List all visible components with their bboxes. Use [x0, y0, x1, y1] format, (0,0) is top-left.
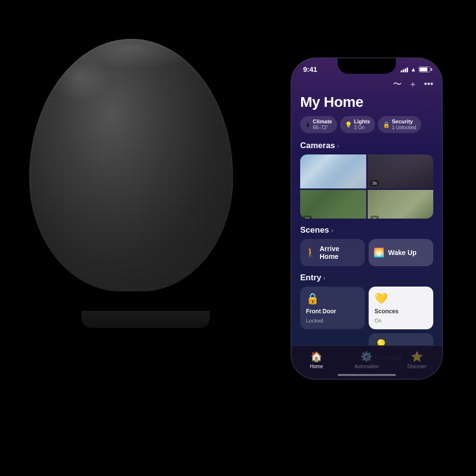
arrive-home-scene-button[interactable]: 🚶 Arrive Home: [300, 239, 365, 266]
climate-value: 68–72°: [313, 125, 332, 131]
discover-tab-icon: ⭐: [411, 351, 423, 362]
tab-automation[interactable]: ⚙️ Automation: [341, 351, 391, 369]
iphone-notch: [338, 58, 396, 74]
signal-bar-4: [407, 68, 408, 72]
battery-icon: [419, 67, 430, 72]
automation-tab-label: Automation: [355, 364, 379, 369]
iphone-wrapper: 9:41 ▲ 〜: [291, 58, 442, 379]
cam2-timestamp: 3s: [371, 180, 379, 186]
camera-cell-3[interactable]: 1s: [300, 190, 366, 219]
signal-bar-2: [403, 69, 404, 72]
discover-tab-label: Discover: [408, 364, 426, 369]
security-value: 1 Unlocked: [392, 125, 416, 131]
cameras-grid: 3s 1s 4s: [300, 154, 433, 219]
page-title: My Home: [300, 94, 433, 110]
security-icon: 🔒: [383, 121, 390, 128]
lights-text: Lights 3 On: [354, 119, 370, 131]
scenes-section-header[interactable]: Scenes ›: [300, 225, 433, 235]
toolbar: 〜 ＋ •••: [300, 78, 433, 90]
security-label: Security: [392, 119, 416, 125]
front-door-status: Locked: [306, 318, 359, 323]
climate-text: Climate 68–72°: [313, 119, 332, 131]
camera-cell-1[interactable]: [300, 154, 366, 188]
sconces-icon: 💛: [374, 292, 427, 305]
iphone: 9:41 ▲ 〜: [291, 58, 442, 379]
status-pills: 🌡 Climate 68–72° 💡 Lights 3 On: [300, 116, 433, 133]
lights-value: 3 On: [354, 125, 370, 131]
tab-discover[interactable]: ⭐ Discover: [392, 351, 442, 369]
climate-icon: 🌡: [305, 121, 311, 128]
tab-home[interactable]: 🏠 Home: [291, 351, 341, 369]
lights-icon: 💡: [345, 121, 352, 128]
more-icon[interactable]: •••: [424, 79, 433, 89]
sconces-tile[interactable]: 💛 Sconces On: [369, 287, 433, 329]
climate-label: Climate: [313, 119, 332, 125]
add-icon[interactable]: ＋: [408, 78, 417, 90]
sconces-name: Sconces: [374, 308, 427, 315]
signal-bar-3: [405, 68, 406, 72]
signal-icon: [401, 67, 408, 72]
entry-section-header[interactable]: Entry ›: [300, 273, 433, 283]
wake-up-icon: 🌅: [374, 247, 384, 258]
climate-pill[interactable]: 🌡 Climate 68–72°: [300, 116, 337, 133]
homepod: [29, 39, 233, 291]
arrive-home-label: Arrive Home: [320, 245, 360, 260]
homepod-container: [29, 39, 262, 321]
iphone-screen: 9:41 ▲ 〜: [291, 58, 442, 379]
homepod-base: [82, 311, 210, 328]
cameras-chevron-icon: ›: [337, 142, 340, 150]
cam4-timestamp: 4s: [371, 216, 379, 219]
scenes-chevron-icon: ›: [331, 226, 334, 234]
signal-bar-1: [401, 70, 402, 72]
lights-label: Lights: [354, 119, 370, 125]
camera-cell-2[interactable]: 3s: [368, 154, 434, 188]
arrive-home-icon: 🚶: [305, 247, 316, 258]
battery-fill: [420, 68, 427, 71]
waveform-icon[interactable]: 〜: [393, 78, 402, 90]
wake-up-scene-button[interactable]: 🌅 Wake Up: [369, 239, 433, 266]
cam3-timestamp: 1s: [303, 216, 312, 219]
camera-cell-4[interactable]: 4s: [368, 190, 434, 219]
home-tab-icon: 🏠: [310, 351, 323, 362]
wake-up-label: Wake Up: [388, 249, 417, 256]
lights-pill[interactable]: 💡 Lights 3 On: [340, 116, 375, 133]
security-pill[interactable]: 🔒 Security 1 Unlocked: [378, 116, 421, 133]
scenes-section-title: Scenes: [300, 225, 329, 235]
wifi-icon: ▲: [410, 66, 416, 73]
sconces-status: On: [374, 318, 427, 323]
scenes-row: 🚶 Arrive Home 🌅 Wake Up: [300, 239, 433, 266]
front-door-icon: 🔒: [306, 292, 359, 305]
homepod-mesh: [29, 39, 233, 291]
front-door-name: Front Door: [306, 308, 359, 315]
automation-tab-icon: ⚙️: [360, 351, 373, 362]
front-door-tile[interactable]: 🔒 Front Door Locked: [300, 287, 365, 329]
tab-bar: 🏠 Home ⚙️ Automation ⭐ Discover: [291, 345, 442, 372]
home-tab-label: Home: [310, 364, 323, 369]
entry-section-title: Entry: [300, 273, 321, 283]
cameras-section-header[interactable]: Cameras ›: [300, 141, 433, 151]
cameras-section-title: Cameras: [300, 141, 335, 151]
status-time: 9:41: [303, 65, 317, 73]
homepod-top-highlight: [60, 39, 203, 69]
app-content: 〜 ＋ ••• My Home 🌡 Climate 68–72°: [291, 73, 442, 372]
status-icons: ▲: [401, 66, 430, 73]
security-text: Security 1 Unlocked: [392, 119, 416, 131]
entry-chevron-icon: ›: [323, 274, 325, 282]
